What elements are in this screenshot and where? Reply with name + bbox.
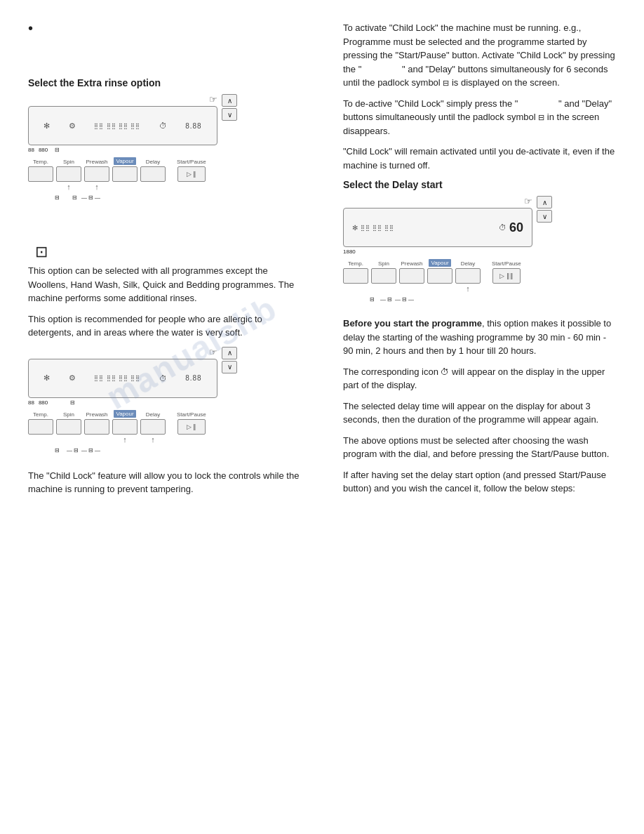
delay-label-1: Delay bbox=[146, 159, 160, 165]
sub-icon-d5: ⊟ bbox=[402, 296, 407, 303]
padlock-icon-1: ⊟ bbox=[443, 79, 449, 87]
spin-btn-d[interactable] bbox=[371, 268, 396, 284]
seg-rinse-icon: ⊟ bbox=[55, 147, 60, 153]
control-row-1: Temp. Spin ↑ Prewash ↑ Vapour bbox=[28, 157, 301, 182]
vapour-label-d: Vapour bbox=[429, 259, 450, 267]
panel-diagram-2: ☞ ✻ ⚙ ⣿⣿ ⣿⣿ ⣿⣿ ⣿⣿ ⏱ 8.88 bbox=[28, 347, 301, 406]
start-icon-1: ▷ ‖ bbox=[187, 171, 197, 178]
spin-ctrl-2: Spin bbox=[56, 411, 81, 435]
temp-btn-1[interactable] bbox=[28, 166, 53, 182]
child-lock-para1: To activate "Child Lock" the machine mus… bbox=[343, 21, 616, 90]
delay-start-section: Select the Delay start ☞ ✻ ⣿⣿ ⣿⣿ ⣿⣿ bbox=[343, 179, 616, 303]
sub-icon-hyphen-2: — bbox=[95, 194, 100, 201]
delay-up-arrow-2: ↑ bbox=[151, 435, 155, 444]
settings-icon-2: ⚙ bbox=[69, 373, 76, 383]
extra-rinse-icon: ⊡ bbox=[35, 243, 48, 260]
vapour-up-arrow-2: ↑ bbox=[123, 435, 127, 444]
start-btn-1[interactable]: ▷ ‖ bbox=[177, 166, 206, 182]
vapour-btn-1[interactable] bbox=[112, 166, 137, 182]
clock-icon-2: ⏱ bbox=[159, 374, 167, 383]
temp-btn-d[interactable] bbox=[343, 268, 368, 284]
delay-para5: If after having set the delay start opti… bbox=[343, 468, 616, 496]
temp-btn-2[interactable] bbox=[28, 419, 53, 435]
sub-icon-box-1: ⊟ bbox=[88, 194, 93, 201]
spin-label-d: Spin bbox=[378, 260, 389, 267]
settings-icon: ⚙ bbox=[69, 121, 76, 131]
prewash-label-1: Prewash bbox=[86, 159, 107, 165]
panel-diagram-delay: ☞ ✻ ⣿⣿ ⣿⣿ ⣿⣿ ⏱ 60 bbox=[343, 196, 616, 255]
delay-label-2: Delay bbox=[146, 411, 160, 418]
left-column: • Select the Extra rinse option ☞ ✻ ⚙ ⣿⣿… bbox=[28, 21, 308, 503]
panel-diagram-1: ☞ ✻ ⚙ ⣿⣿ ⣿⣿ ⣿⣿ ⣿⣿ ⏱ 8.88 88 880 bbox=[28, 94, 301, 153]
seg-lock-icon: ⊟ bbox=[70, 399, 75, 406]
temp-ctrl-1: Temp. bbox=[28, 159, 53, 182]
delay-num-display: 60 bbox=[509, 220, 523, 235]
vapour-btn-2[interactable]: ↑ bbox=[112, 419, 137, 435]
start-btn-d[interactable]: ▷ ‖‖ bbox=[492, 268, 521, 284]
delay-para2: The corresponding icon ⏱ will appear on … bbox=[343, 365, 616, 392]
seg-bars-2: ⣿⣿ ⣿⣿ ⣿⣿ ⣿⣿ bbox=[94, 375, 140, 381]
delay-btn-d[interactable]: ↑ bbox=[455, 268, 481, 284]
extra-rinse-para1: This option can be selected with all pro… bbox=[28, 264, 301, 305]
vapour-label-1: Vapour bbox=[114, 157, 135, 165]
panel-with-hand-2: ☞ ✻ ⚙ ⣿⣿ ⣿⣿ ⣿⣿ ⣿⣿ ⏱ 8.88 bbox=[28, 347, 217, 406]
prewash-ctrl-1: Prewash ↑ bbox=[84, 159, 109, 182]
clock-icon-inline: ⏱ bbox=[441, 367, 449, 377]
arrow-down-btn-1[interactable]: ∨ bbox=[222, 108, 237, 121]
prewash-btn-2[interactable] bbox=[84, 419, 109, 435]
delay-seg-88: 1880 bbox=[343, 249, 356, 255]
spin-btn-2[interactable] bbox=[56, 419, 81, 435]
sub-icon-eq-3: ⊟ bbox=[88, 447, 93, 454]
seg-num-right: 8.88 bbox=[185, 122, 201, 130]
extra-rinse-title: Select the Extra rinse option bbox=[28, 77, 301, 88]
start-ctrl-1: Start/Pause ▷ ‖ bbox=[177, 159, 206, 182]
vapour-ctrl-2: Vapour ↑ bbox=[112, 410, 137, 435]
sub-icon-eq-1: ⊟ bbox=[55, 194, 60, 201]
delay-bold-intro: Before you start the programme bbox=[343, 318, 482, 329]
sub-icon-hyphen-4: — bbox=[81, 447, 87, 454]
start-btn-2[interactable]: ▷ ‖ bbox=[177, 419, 206, 435]
delay-para4: The above options must be selected after… bbox=[343, 434, 616, 461]
sub-icon-d4: — bbox=[395, 296, 401, 303]
spin-btn-1[interactable]: ↑ bbox=[56, 166, 81, 182]
child-lock-para2: To de-active "Child Lock" simply press t… bbox=[343, 97, 616, 138]
arrow-up-btn-delay[interactable]: ∧ bbox=[537, 196, 552, 208]
prewash-btn-1[interactable]: ↑ bbox=[84, 166, 109, 182]
temp-label-1: Temp. bbox=[33, 159, 48, 165]
arrow-up-btn-1[interactable]: ∧ bbox=[222, 94, 237, 107]
panel-with-hand-delay: ☞ ✻ ⣿⣿ ⣿⣿ ⣿⣿ ⏱ 60 bbox=[343, 196, 532, 255]
seg-bars: ⣿⣿ ⣿⣿ ⣿⣿ ⣿⣿ bbox=[94, 123, 140, 129]
vapour-btn-d[interactable] bbox=[427, 268, 452, 284]
padlock-icon-2: ⊟ bbox=[538, 113, 544, 121]
arrow-down-btn-2[interactable]: ∨ bbox=[222, 361, 237, 373]
panel-diagram-2-wrapper: ☞ ✻ ⚙ ⣿⣿ ⣿⣿ ⣿⣿ ⣿⣿ ⏱ 8.88 bbox=[28, 347, 301, 454]
delay-btn-2[interactable]: ↑ bbox=[140, 419, 166, 435]
child-lock-para3: "Child Lock" will remain activated until… bbox=[343, 145, 616, 172]
prewash-ctrl-2: Prewash bbox=[84, 411, 109, 435]
sub-icon-hyphen-3: — bbox=[67, 447, 72, 454]
spin-ctrl-1: Spin ↑ bbox=[56, 159, 81, 182]
extra-rinse-icon-section: ⊡ bbox=[35, 243, 301, 261]
hand-pointer-icon-1: ☞ bbox=[209, 94, 217, 105]
start-label-d: Start/Pause bbox=[492, 260, 521, 267]
sub-icon-box-2: ⊟ bbox=[74, 447, 79, 454]
delay-btn-1[interactable] bbox=[140, 166, 166, 182]
arrow-buttons-delay: ∧ ∨ bbox=[537, 196, 552, 223]
start-ctrl-2: Start/Pause ▷ ‖ bbox=[177, 411, 206, 435]
arrow-down-btn-delay[interactable]: ∨ bbox=[537, 210, 552, 223]
delay-clock-icon: ⏱ bbox=[499, 223, 507, 232]
seg-880-2: 880 bbox=[39, 399, 48, 406]
delay-ctrl-2: Delay ↑ bbox=[140, 411, 166, 435]
delay-para3: The selected delay time will appear on t… bbox=[343, 399, 616, 427]
display-screen-1: ✻ ⚙ ⣿⣿ ⣿⣿ ⣿⣿ ⣿⣿ ⏱ 8.88 bbox=[28, 106, 217, 145]
start-label-2: Start/Pause bbox=[177, 411, 206, 418]
temp-ctrl-d: Temp. bbox=[343, 260, 368, 284]
delay-snowflake-icon: ✻ bbox=[352, 224, 358, 232]
panel-with-hand-1: ☞ ✻ ⚙ ⣿⣿ ⣿⣿ ⣿⣿ ⣿⣿ ⏱ 8.88 88 880 bbox=[28, 94, 217, 153]
sub-icon-hyphen-1: — bbox=[81, 194, 87, 201]
prewash-up-arrow-1: ↑ bbox=[95, 183, 99, 191]
prewash-btn-d[interactable] bbox=[399, 268, 424, 284]
sub-icon-d1: ⊟ bbox=[370, 296, 375, 303]
delay-ctrl-d: Delay ↑ bbox=[455, 260, 481, 284]
arrow-up-btn-2[interactable]: ∧ bbox=[222, 347, 237, 359]
